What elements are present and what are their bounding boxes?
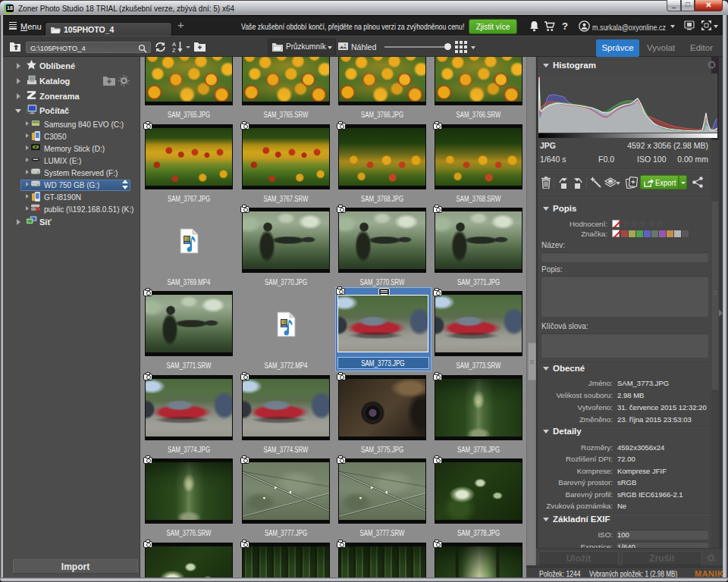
svg-text:Z: Z xyxy=(172,47,176,53)
